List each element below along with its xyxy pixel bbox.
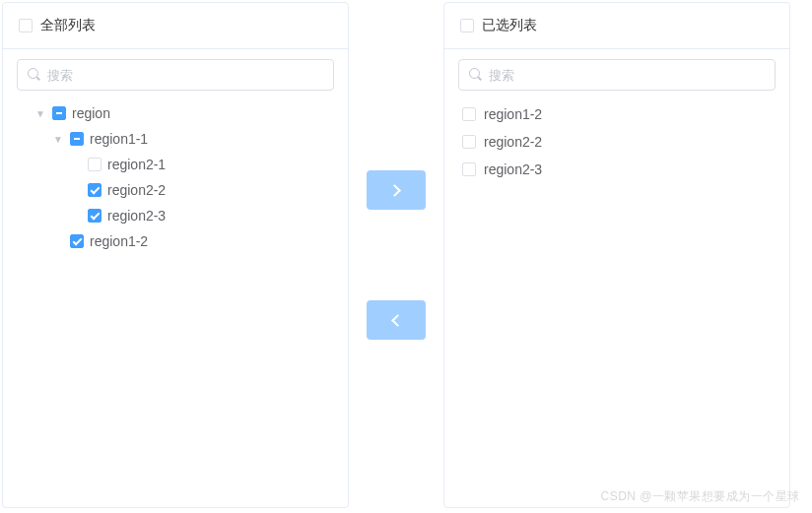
tree-checkbox[interactable] (88, 209, 102, 223)
source-panel: 全部列表 ▼ region ▼ region1-1 (2, 2, 349, 508)
caret-down-icon[interactable]: ▼ (52, 133, 64, 145)
tree-node-label: region2-1 (107, 157, 166, 172)
transfer-buttons (367, 170, 426, 340)
chevron-right-icon (388, 184, 401, 197)
caret-down-icon[interactable]: ▼ (34, 107, 46, 119)
list-item[interactable]: region2-3 (458, 156, 776, 183)
tree-node-region1-1[interactable]: ▼ region1-1 (17, 126, 334, 152)
list-checkbox[interactable] (462, 162, 476, 176)
search-icon (28, 68, 41, 82)
tree-checkbox[interactable] (88, 183, 102, 197)
tree-node-region[interactable]: ▼ region (17, 100, 334, 126)
source-tree: ▼ region ▼ region1-1 region2-1 (17, 100, 334, 254)
source-panel-title: 全部列表 (40, 17, 96, 34)
watermark-text: CSDN @一颗苹果想要成为一个星球 (600, 488, 800, 505)
list-checkbox[interactable] (462, 107, 476, 121)
source-panel-header: 全部列表 (3, 3, 348, 49)
target-panel-header: 已选列表 (444, 3, 789, 49)
move-right-button[interactable] (367, 170, 426, 210)
tree-node-region1-2[interactable]: region1-2 (17, 228, 334, 254)
tree-checkbox[interactable] (70, 234, 84, 248)
list-item-label: region2-2 (484, 134, 542, 150)
source-panel-body: ▼ region ▼ region1-1 region2-1 (3, 49, 348, 507)
source-search-input[interactable] (47, 68, 323, 83)
source-search-wrapper[interactable] (17, 59, 334, 91)
source-select-all-checkbox[interactable] (19, 19, 33, 32)
list-item[interactable]: region1-2 (458, 100, 776, 128)
list-item[interactable]: region2-2 (458, 128, 776, 156)
transfer-container: 全部列表 ▼ region ▼ region1-1 (2, 2, 810, 508)
target-search-input[interactable] (489, 68, 765, 83)
tree-node-label: region1-2 (90, 233, 148, 249)
tree-node-label: region2-3 (107, 208, 166, 224)
tree-checkbox[interactable] (52, 106, 66, 120)
tree-node-region2-1[interactable]: region2-1 (17, 152, 334, 177)
tree-node-region2-2[interactable]: region2-2 (17, 177, 334, 203)
list-item-label: region2-3 (484, 161, 542, 177)
target-panel-body: region1-2 region2-2 region2-3 (444, 49, 789, 507)
move-left-button[interactable] (367, 300, 426, 340)
tree-checkbox[interactable] (70, 132, 84, 146)
tree-node-label: region1-1 (90, 131, 148, 147)
target-search-wrapper[interactable] (458, 59, 776, 91)
tree-checkbox[interactable] (88, 158, 102, 171)
target-panel-title: 已选列表 (482, 17, 537, 34)
search-icon (469, 68, 483, 82)
chevron-left-icon (391, 314, 404, 327)
list-checkbox[interactable] (462, 135, 476, 149)
target-select-all-checkbox[interactable] (460, 19, 474, 32)
tree-node-region2-3[interactable]: region2-3 (17, 203, 334, 228)
target-panel: 已选列表 region1-2 region2-2 region2-3 (443, 2, 790, 508)
tree-node-label: region2-2 (107, 182, 166, 198)
list-item-label: region1-2 (484, 106, 542, 122)
tree-node-label: region (72, 105, 110, 121)
